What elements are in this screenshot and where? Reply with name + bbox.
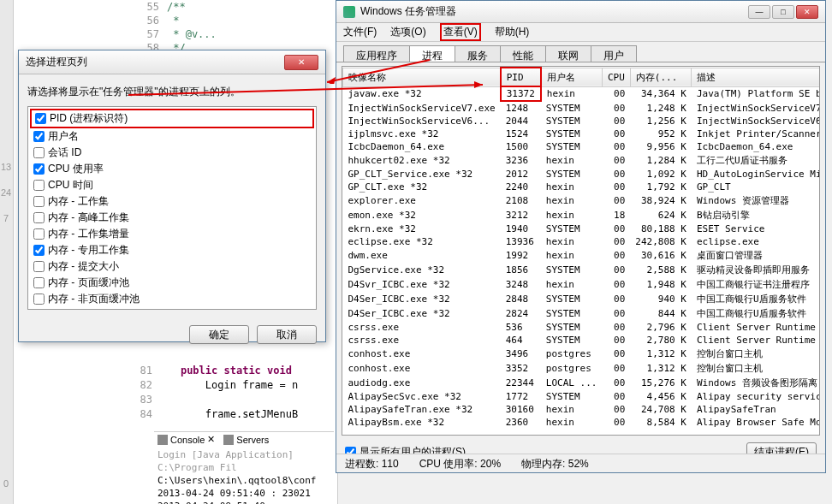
column-header[interactable]: 内存(... xyxy=(630,68,692,86)
process-row[interactable]: emon.exe *323212hexin18624 KB钻启动引擎 xyxy=(343,208,821,222)
process-row[interactable]: explorer.exe2108hexin0038,924 KWindows 资… xyxy=(343,193,821,208)
tab-进程[interactable]: 进程 xyxy=(409,45,455,62)
tab-服务[interactable]: 服务 xyxy=(455,45,501,62)
narrow-line-numbers: 13 24 7 0 1 xyxy=(0,154,12,504)
minimize-icon[interactable]: — xyxy=(748,5,770,19)
process-row[interactable]: conhost.exe3352postgres001,312 K控制台窗口主机 xyxy=(343,361,821,376)
process-row[interactable]: DgService.exe *321856SYSTEM002,588 K驱动精灵… xyxy=(343,263,821,277)
column-checkbox[interactable] xyxy=(33,180,45,191)
column-checkbox[interactable] xyxy=(33,131,45,142)
column-check-item[interactable]: 页面错误 xyxy=(30,307,314,310)
process-cell: Windows 资源管理器 xyxy=(692,193,820,208)
column-check-item[interactable]: 用户名 xyxy=(30,128,314,145)
tab-应用程序[interactable]: 应用程序 xyxy=(343,45,410,62)
column-check-item[interactable]: 内存 - 页面缓冲池 xyxy=(30,275,314,291)
tab-console[interactable]: Console ✕ xyxy=(157,434,215,445)
process-cell: 9,956 K xyxy=(630,140,692,153)
tab-联网[interactable]: 联网 xyxy=(545,45,591,62)
column-checkbox[interactable] xyxy=(33,212,45,223)
column-check-item[interactable]: PID (进程标识符) xyxy=(30,109,314,128)
process-row[interactable]: InjectWinSockServiceV6...2044SYSTEM001,2… xyxy=(343,115,821,127)
column-check-item[interactable]: 内存 - 工作集增量 xyxy=(30,226,314,242)
menu-item[interactable]: 帮助(H) xyxy=(495,25,530,39)
process-row[interactable]: AlipaySafeTran.exe *3230160hexin0024,708… xyxy=(343,403,821,416)
column-check-item[interactable]: 内存 - 提交大小 xyxy=(30,258,314,275)
dialog-buttons: 确定 取消 xyxy=(19,320,325,349)
process-row[interactable]: D4Svr_ICBC.exe *323248hexin001,948 K中国工商… xyxy=(343,277,821,292)
process-row[interactable]: IcbcDaemon_64.exe1500SYSTEM009,956 KIcbc… xyxy=(343,140,821,153)
process-cell: 2824 xyxy=(501,306,541,321)
tab-用户[interactable]: 用户 xyxy=(591,45,637,62)
process-row[interactable]: ekrn.exe *321940SYSTEM0080,188 KESET Ser… xyxy=(343,222,821,235)
column-checkbox[interactable] xyxy=(33,245,45,256)
process-row[interactable]: AlipaySecSvc.exe *321772SYSTEM004,456 KA… xyxy=(343,390,821,403)
column-check-item[interactable]: 会话 ID xyxy=(30,145,314,161)
process-cell: 00 xyxy=(602,248,630,263)
process-cell: 2,588 K xyxy=(630,263,692,277)
process-cell: 1,948 K xyxy=(630,277,692,292)
column-check-item[interactable]: 内存 - 工作集 xyxy=(30,193,314,210)
process-row[interactable]: hhukcert02.exe *323236hexin001,284 K工行二代… xyxy=(343,153,821,168)
column-check-item[interactable]: 内存 - 专用工作集 xyxy=(30,242,314,258)
process-row[interactable]: GP_CLT.exe *322240hexin001,792 KGP_CLT xyxy=(343,181,821,193)
process-cell: 工行二代U盾证书服务 xyxy=(692,153,820,168)
column-checklist[interactable]: PID (进程标识符)用户名会话 IDCPU 使用率CPU 时间内存 - 工作集… xyxy=(27,106,317,310)
column-checkbox[interactable] xyxy=(35,113,46,124)
dialog-titlebar[interactable]: 选择进程页列 ✕ xyxy=(19,50,325,74)
column-check-item[interactable]: 内存 - 高峰工作集 xyxy=(30,210,314,226)
process-row[interactable]: D4Ser_ICBC.exe *322848SYSTEM00940 K中国工商银… xyxy=(343,292,821,306)
column-header[interactable]: CPU xyxy=(602,68,630,86)
menu-item[interactable]: 选项(O) xyxy=(390,25,425,39)
tab-servers[interactable]: Servers xyxy=(223,435,269,445)
column-header[interactable]: PID xyxy=(501,68,541,86)
close-icon[interactable]: ✕ xyxy=(796,5,818,19)
column-header[interactable]: 用户名 xyxy=(541,68,603,86)
process-cell: IcbcDaemon_64.exe xyxy=(343,140,501,153)
cancel-button[interactable]: 取消 xyxy=(257,325,317,344)
maximize-icon[interactable]: □ xyxy=(772,5,794,19)
process-cell: 2,780 K xyxy=(630,334,692,347)
column-header[interactable]: 描述 xyxy=(692,68,820,86)
close-icon[interactable]: ✕ xyxy=(284,55,318,70)
process-cell: D4Ser_ICBC.exe *32 xyxy=(343,292,501,306)
process-cell: 3212 xyxy=(501,208,541,222)
process-list-area[interactable]: 映像名称PID用户名CPU内存(...描述 javaw.exe *3231372… xyxy=(342,66,820,436)
process-cell: 1940 xyxy=(501,222,541,235)
process-row[interactable]: eclipse.exe *3213936hexin00242,808 Kecli… xyxy=(343,235,821,248)
column-header[interactable]: 映像名称 xyxy=(343,68,501,86)
column-checkbox[interactable] xyxy=(33,277,45,288)
column-checkbox[interactable] xyxy=(33,228,45,240)
process-row[interactable]: csrss.exe536SYSTEM002,796 KClient Server… xyxy=(343,321,821,334)
column-check-item[interactable]: 内存 - 非页面缓冲池 xyxy=(30,291,314,307)
menu-item[interactable]: 查看(V) xyxy=(440,23,481,41)
process-cell: SYSTEM xyxy=(541,168,603,181)
process-cell: SYSTEM xyxy=(541,306,603,321)
process-row[interactable]: csrss.exe464SYSTEM002,780 KClient Server… xyxy=(343,334,821,347)
process-cell: 952 K xyxy=(630,127,692,140)
ok-button[interactable]: 确定 xyxy=(189,325,249,344)
process-row[interactable]: javaw.exe *3231372hexin0034,364 KJava(TM… xyxy=(343,86,821,101)
column-check-item[interactable]: CPU 使用率 xyxy=(30,161,314,177)
process-row[interactable]: dwm.exe1992hexin0030,616 K桌面窗口管理器 xyxy=(343,248,821,263)
process-cell: ijplmsvc.exe *32 xyxy=(343,127,501,140)
column-checkbox[interactable] xyxy=(33,261,45,272)
process-row[interactable]: InjectWinSockServiceV7.exe1248SYSTEM001,… xyxy=(343,101,821,115)
tab-性能[interactable]: 性能 xyxy=(500,45,546,62)
menu-item[interactable]: 文件(F) xyxy=(343,25,377,39)
console-output[interactable]: Login [Java Application] C:\Program Fil … xyxy=(154,447,334,504)
taskmgr-titlebar[interactable]: Windows 任务管理器 — □ ✕ xyxy=(336,1,825,23)
process-row[interactable]: D4Ser_ICBC.exe *322824SYSTEM00844 K中国工商银… xyxy=(343,306,821,321)
column-checkbox[interactable] xyxy=(33,294,45,305)
column-label: 内存 - 高峰工作集 xyxy=(48,210,129,225)
process-row[interactable]: AlipayBsm.exe *322360hexin008,584 KAlipa… xyxy=(343,416,821,429)
column-checkbox[interactable] xyxy=(33,163,45,175)
process-cell: 22344 xyxy=(501,376,541,390)
column-checkbox[interactable] xyxy=(33,196,45,207)
column-checkbox[interactable] xyxy=(33,147,45,158)
process-row[interactable]: conhost.exe3496postgres001,312 K控制台窗口主机 xyxy=(343,347,821,361)
process-row[interactable]: GP_CLT_Service.exe *322012SYSTEM001,092 … xyxy=(343,168,821,181)
process-cell: 3236 xyxy=(501,153,541,168)
process-row[interactable]: audiodg.exe22344LOCAL ...0015,276 KWindo… xyxy=(343,376,821,390)
column-check-item[interactable]: CPU 时间 xyxy=(30,177,314,193)
process-row[interactable]: ijplmsvc.exe *321524SYSTEM00952 KInkjet … xyxy=(343,127,821,140)
